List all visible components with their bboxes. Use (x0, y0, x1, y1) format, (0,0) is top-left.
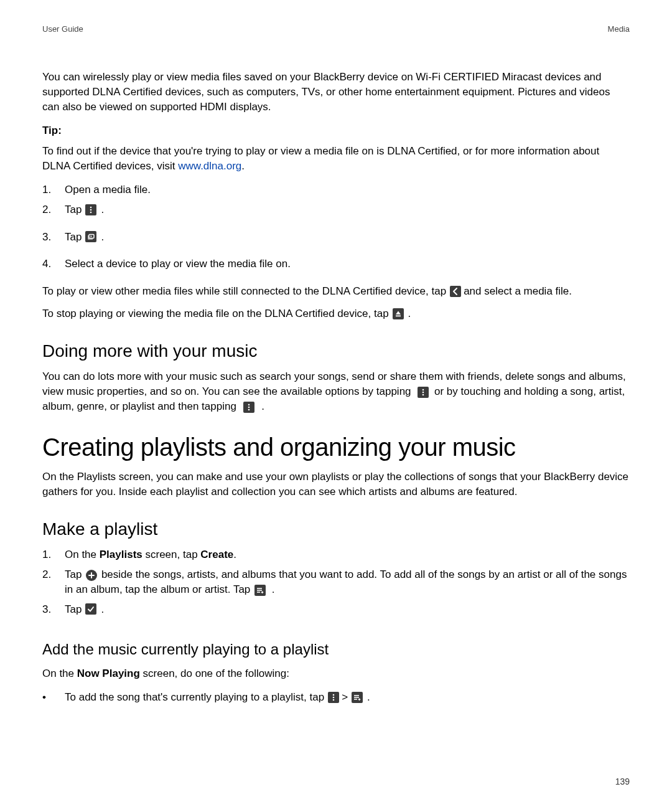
steps-list-1: 1. Open a media file. 2. Tap . 3. Tap (42, 182, 630, 271)
creating-playlists-paragraph: On the Playlists screen, you can make an… (42, 470, 630, 499)
text-mid: screen, tap (142, 549, 201, 560)
more-vert-icon (85, 204, 96, 215)
heading-add-current: Add the music currently playing to a pla… (42, 639, 630, 660)
bold-create: Create (200, 549, 233, 560)
dot: . (272, 583, 275, 595)
tip-text-pre: To find out if the device that you're tr… (42, 145, 599, 172)
svg-point-11 (248, 406, 250, 408)
text-post: screen, do one of the following: (140, 668, 289, 679)
bullet-text: To add the song that's currently playing… (65, 690, 373, 705)
svg-point-9 (422, 394, 424, 395)
text-pre: On the (65, 549, 100, 560)
svg-rect-6 (396, 315, 401, 316)
page-header: User Guide Media (42, 24, 630, 35)
step-text: Tap . (65, 230, 630, 245)
add-to-playlist-icon (352, 692, 363, 703)
step-text: Select a device to play or view the medi… (65, 257, 630, 271)
page: User Guide Media You can wirelessly play… (0, 0, 672, 807)
heading-more-music: Doing more with your music (42, 339, 630, 363)
text-pre: Tap (65, 569, 85, 580)
more-music-paragraph: You can do lots more with your music suc… (42, 369, 630, 413)
tip-label: Tip: (42, 123, 630, 138)
dot: . (101, 602, 104, 617)
header-left: User Guide (42, 24, 83, 35)
dlna-link[interactable]: www.dlna.org (178, 160, 241, 172)
tip-text-post: . (241, 160, 245, 172)
step-text: Tap . (65, 602, 630, 617)
step-number: 1. (42, 182, 65, 197)
tip-paragraph: To find out if the device that you're tr… (42, 144, 630, 174)
step-3: 3. Tap . (42, 230, 630, 252)
heading-creating-playlists: Creating playlists and organizing your m… (42, 430, 630, 465)
intro-paragraph: You can wirelessly play or view media fi… (42, 70, 630, 114)
step-number: 3. (42, 230, 65, 245)
svg-point-2 (90, 211, 92, 213)
dot: . (101, 202, 104, 217)
svg-point-1 (90, 209, 92, 210)
step-3: 3. Tap . (42, 602, 630, 625)
text-pre: Tap (65, 602, 82, 617)
steps-make-playlist: 1. On the Playlists screen, tap Create. … (42, 547, 630, 624)
bold-now-playing: Now Playing (77, 668, 140, 679)
after-paragraph-1: To play or view other media files while … (42, 284, 630, 299)
header-right: Media (608, 24, 630, 35)
add-to-playlist-icon (254, 585, 266, 596)
text-pre: Tap (65, 202, 82, 217)
dot: . (101, 230, 104, 245)
svg-marker-4 (91, 235, 93, 237)
step-number: 1. (42, 547, 65, 562)
add-current-bullets: To add the song that's currently playing… (42, 690, 630, 712)
step-1: 1. Open a media file. (42, 182, 630, 197)
text-pre: To stop playing or viewing the media fil… (42, 306, 389, 321)
after-paragraph-2: To stop playing or viewing the media fil… (42, 306, 630, 321)
separator: > (342, 690, 348, 705)
bold-playlists: Playlists (100, 549, 142, 560)
check-icon (85, 603, 96, 615)
add-current-paragraph: On the Now Playing screen, do one of the… (42, 666, 630, 681)
step-text: Tap . (65, 202, 630, 217)
step-number: 3. (42, 602, 65, 617)
heading-make-playlist: Make a playlist (42, 517, 630, 541)
text-mid: beside the songs, artists, and albums th… (65, 569, 627, 595)
back-icon (450, 286, 461, 297)
svg-point-17 (333, 696, 335, 698)
text-post: and select a media file. (464, 284, 572, 299)
svg-point-18 (333, 699, 335, 701)
step-2: 2. Tap beside the songs, artists, and al… (42, 567, 630, 597)
text-pre: To add the song that's currently playing… (65, 690, 324, 705)
svg-marker-5 (396, 311, 401, 314)
text-pre: On the (42, 668, 77, 679)
text-pre: Tap (65, 230, 82, 245)
step-4: 4. Select a device to play or view the m… (42, 257, 630, 271)
bullet-1: To add the song that's currently playing… (42, 690, 630, 712)
step-1: 1. On the Playlists screen, tap Create. (42, 547, 630, 562)
step-2: 2. Tap . (42, 202, 630, 225)
more-vert-icon (418, 387, 429, 398)
dot: . (367, 690, 370, 705)
svg-point-12 (248, 408, 250, 410)
text-post: . (233, 549, 236, 560)
dot: . (261, 400, 264, 412)
eject-icon (393, 308, 404, 319)
step-text: Open a media file. (65, 182, 630, 197)
step-text: Tap beside the songs, artists, and album… (65, 567, 630, 597)
text-pre: To play or view other media files while … (42, 284, 446, 299)
play-on-icon (85, 231, 96, 242)
dot: . (408, 306, 411, 321)
svg-point-0 (90, 206, 92, 208)
more-vert-icon (243, 402, 254, 413)
svg-point-10 (248, 404, 250, 405)
svg-point-8 (422, 391, 424, 393)
svg-point-7 (422, 389, 424, 390)
more-vert-icon (328, 692, 339, 703)
step-number: 4. (42, 257, 65, 271)
step-number: 2. (42, 202, 65, 217)
add-icon (86, 570, 97, 581)
svg-point-16 (333, 694, 335, 696)
step-number: 2. (42, 567, 65, 582)
page-number: 139 (615, 776, 630, 788)
step-text: On the Playlists screen, tap Create. (65, 547, 630, 562)
